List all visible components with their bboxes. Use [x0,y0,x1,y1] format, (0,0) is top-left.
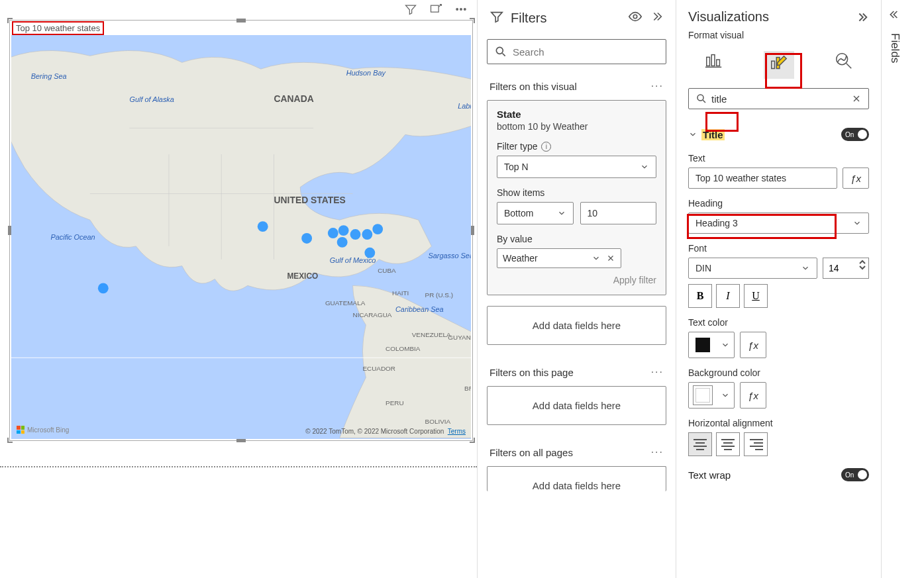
filter-card-state[interactable]: State bottom 10 by Weather Filter type i… [487,100,666,295]
svg-rect-0 [431,5,439,12]
section-more-icon[interactable]: ··· [651,366,664,378]
map-terms-link[interactable]: Terms [448,428,466,435]
bg-color-label: Background color [688,367,869,378]
apply-filter-button[interactable]: Apply filter [497,275,656,285]
add-page-fields-placeholder[interactable]: Add data fields here [487,386,666,425]
bg-color-fx-button[interactable]: ƒx [740,382,766,409]
build-visual-tab[interactable] [704,51,724,79]
show-items-direction-select[interactable]: Bottom [497,202,574,224]
add-report-fields-placeholder[interactable]: Add data fields here [487,466,666,491]
by-value-field-well[interactable]: Weather [497,248,621,268]
align-center-button[interactable] [716,432,740,456]
svg-point-40 [633,15,637,19]
filters-on-page-header: Filters on this page ··· [478,361,676,386]
format-search[interactable] [688,88,869,109]
font-family-select[interactable]: DIN [688,258,817,279]
svg-text:Pacific
Ocean: Pacific Ocean [50,233,95,241]
filters-header: Filters [478,0,676,39]
bg-color-picker[interactable] [688,382,735,409]
filter-type-select[interactable]: Top N [497,156,656,178]
font-label: Font [688,243,869,254]
title-accordion[interactable]: Title On [688,122,869,153]
svg-point-30 [258,221,268,232]
svg-rect-44 [716,60,719,66]
svg-text:UNITED STATES: UNITED STATES [274,195,346,205]
filters-search-input[interactable] [513,46,659,58]
svg-text:VENEZUELA: VENEZUELA [412,331,451,338]
svg-text:GUATEMALA: GUATEMALA [325,299,366,307]
search-icon [494,45,507,58]
text-color-fx-button[interactable]: ƒx [740,332,766,358]
analytics-tab[interactable] [834,51,854,79]
format-visual-tab[interactable] [764,51,794,79]
section-more-icon[interactable]: ··· [651,446,664,458]
report-canvas: CANADA UNITED STATES MEXICO CUBA HAITI P… [0,0,477,578]
eye-icon[interactable] [628,9,642,27]
svg-text:GUYANA: GUYANA [448,334,471,341]
map-surface[interactable]: CANADA UNITED STATES MEXICO CUBA HAITI P… [11,35,471,439]
title-toggle[interactable]: On [841,128,869,141]
svg-point-41 [496,47,503,54]
more-options-icon[interactable] [454,3,468,19]
svg-point-38 [364,248,375,258]
title-text-fx-button[interactable]: ƒx [843,168,869,189]
remove-field-icon[interactable] [606,254,615,263]
svg-point-39 [98,283,109,293]
collapse-pane-icon[interactable] [649,9,664,27]
svg-text:CUBA: CUBA [378,267,396,274]
title-text-input[interactable] [688,168,837,189]
focus-mode-icon[interactable] [429,3,442,19]
info-icon[interactable]: i [541,142,551,152]
chevron-down-icon [557,209,566,218]
clear-search-icon[interactable] [851,93,862,104]
bold-button[interactable]: B [688,284,712,308]
show-items-label: Show items [497,187,656,198]
collapse-pane-icon[interactable] [854,10,869,24]
map-visual[interactable]: CANADA UNITED STATES MEXICO CUBA HAITI P… [9,20,473,441]
svg-text:PERU: PERU [385,399,404,407]
font-size-stepper[interactable] [823,258,869,279]
filter-icon[interactable] [404,3,417,19]
svg-point-2 [460,9,462,11]
svg-point-49 [697,95,703,101]
svg-point-37 [337,237,348,248]
underline-button[interactable]: U [744,284,768,308]
filters-pane: Filters Filters on this visual ··· State… [477,0,676,578]
svg-point-3 [464,9,466,11]
show-items-count-input[interactable] [580,202,657,224]
svg-rect-42 [706,57,709,66]
visual-title: Top 10 weather states [12,21,104,35]
text-wrap-toggle[interactable]: On [841,468,869,481]
svg-point-36 [372,224,383,234]
svg-rect-43 [711,55,715,66]
svg-text:HAITI: HAITI [392,289,409,297]
filter-description: bottom 10 by Weather [497,121,656,132]
add-visual-fields-placeholder[interactable]: Add data fields here [487,306,666,345]
filter-field-name: State [497,109,656,120]
chevron-down-icon [688,130,697,139]
title-text-label: Text [688,153,869,164]
heading-select[interactable]: Heading 3 [688,213,869,234]
filters-title: Filters [511,11,546,26]
step-down-icon[interactable] [859,265,866,270]
svg-point-34 [350,229,361,240]
text-wrap-row: Text wrap On [688,465,869,484]
section-more-icon[interactable]: ··· [651,80,664,92]
filters-search[interactable] [487,39,666,64]
svg-text:Labra: Labra [458,102,471,110]
italic-button[interactable]: I [716,284,740,308]
step-up-icon[interactable] [859,260,866,265]
format-search-input[interactable] [711,93,847,105]
filter-icon [489,9,504,27]
svg-text:Sargasso Sea: Sargasso Sea [429,252,471,260]
svg-rect-46 [771,61,774,68]
align-right-button[interactable] [744,432,768,456]
svg-text:PR
(U.S.): PR (U.S.) [425,291,453,299]
filters-on-visual-header: Filters on this visual ··· [478,75,676,100]
align-left-button[interactable] [688,432,712,456]
expand-pane-icon[interactable] [888,8,901,21]
svg-text:COLOMBIA: COLOMBIA [385,346,421,353]
text-color-picker[interactable] [688,332,735,358]
svg-text:CANADA: CANADA [274,93,314,104]
fields-pane-collapsed[interactable]: Fields [881,0,907,578]
